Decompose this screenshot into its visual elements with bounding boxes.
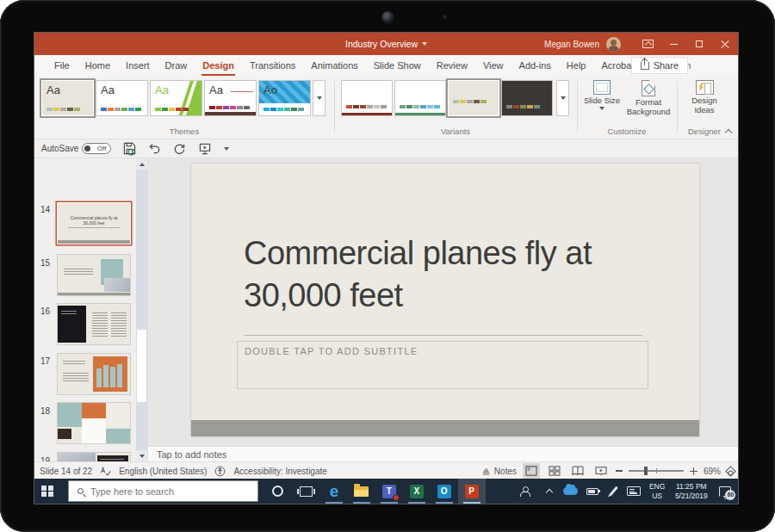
fit-slide-to-window-icon[interactable]	[725, 466, 736, 477]
variant-4[interactable]	[501, 80, 553, 116]
theme-dividend[interactable]: Aa	[204, 80, 257, 116]
taskbar-excel[interactable]: X	[403, 479, 431, 504]
view-slide-sorter-button[interactable]	[546, 463, 563, 479]
taskbar-teams[interactable]: T	[375, 479, 403, 504]
scrollbar-thumb[interactable]	[137, 330, 146, 402]
variant-color-chips	[400, 105, 440, 108]
restore-button[interactable]	[686, 33, 712, 55]
thumbnail-scrollbar[interactable]	[136, 158, 147, 461]
taskbar-file-explorer[interactable]	[348, 479, 375, 504]
scroll-down-button[interactable]	[136, 450, 147, 461]
taskbar-search-input[interactable]	[90, 486, 237, 497]
format-background-button[interactable]: Format Background	[623, 80, 673, 117]
undo-button[interactable]	[148, 142, 161, 155]
slide-thumbnail-15[interactable]	[58, 255, 130, 295]
accessibility-status[interactable]: Accessibility: Investigate	[233, 467, 326, 476]
tab-design[interactable]: Design	[195, 55, 242, 76]
notes-pane[interactable]: Tap to add notes	[148, 446, 738, 461]
variant-3-selected[interactable]	[448, 80, 499, 116]
slide-size-button[interactable]: Slide Size	[582, 80, 622, 110]
slide-thumbnail-14[interactable]: Commercial planes fly at 30,000 feet	[58, 203, 130, 244]
account-avatar[interactable]	[606, 37, 621, 52]
zoom-out-button[interactable]	[616, 470, 623, 472]
theme-facet[interactable]: Aa	[150, 80, 202, 116]
tab-review[interactable]: Review	[429, 55, 475, 76]
tab-draw[interactable]: Draw	[158, 55, 195, 76]
variant-2[interactable]	[394, 80, 446, 116]
slide-thumbnail-16[interactable]	[58, 304, 130, 344]
autosave-switch[interactable]: Off	[82, 143, 111, 154]
restore-icon	[696, 40, 703, 47]
tab-view[interactable]: View	[475, 55, 512, 76]
pen-tray-icon[interactable]	[603, 479, 623, 504]
scroll-up-button[interactable]	[136, 158, 147, 170]
view-reading-button[interactable]	[569, 463, 586, 479]
taskbar-search-box[interactable]	[68, 480, 258, 502]
tab-slide-show[interactable]: Slide Show	[366, 55, 429, 76]
theme-gallery-current[interactable]: Aa	[41, 80, 94, 116]
view-normal-button[interactable]	[523, 463, 540, 479]
format-background-label: Format Background	[623, 98, 673, 117]
start-slideshow-button[interactable]	[198, 142, 212, 155]
slide-canvas[interactable]: Commercial planes fly at 30,000 feet DOU…	[191, 164, 699, 436]
close-button[interactable]	[712, 33, 738, 55]
account-name[interactable]: Megan Bowen	[544, 40, 599, 49]
taskbar-outlook[interactable]: O	[431, 479, 458, 504]
cortana-button[interactable]	[264, 479, 292, 504]
tab-add-ins[interactable]: Add-ins	[512, 55, 559, 76]
variants-more-button[interactable]	[556, 80, 569, 116]
slide-thumbnail-18[interactable]	[58, 403, 130, 443]
design-ideas-button[interactable]: Design Ideas	[682, 80, 727, 115]
edge-icon: e	[330, 483, 339, 499]
slide-thumbnail-17[interactable]	[58, 354, 130, 394]
clock[interactable]: 11:25 PM5/21/2019	[670, 479, 713, 504]
tab-home[interactable]: Home	[78, 55, 118, 76]
taskbar-edge[interactable]: e	[320, 479, 348, 504]
battery-tray-icon[interactable]	[581, 479, 603, 504]
share-button[interactable]: Share	[631, 57, 688, 74]
minimize-button[interactable]	[660, 33, 686, 55]
show-hidden-icons-button[interactable]	[540, 479, 560, 504]
spellcheck-icon[interactable]	[100, 466, 111, 477]
zoom-slider-thumb[interactable]	[644, 467, 648, 475]
tab-file[interactable]: File	[46, 55, 78, 76]
title-dropdown-icon[interactable]	[422, 42, 427, 46]
zoom-slider[interactable]	[629, 470, 684, 472]
language-indicator[interactable]: ENGUS	[645, 479, 670, 504]
slide-title-text[interactable]: Commercial planes fly at 30,000 feet	[244, 232, 657, 317]
action-center-button[interactable]: 60	[713, 479, 738, 504]
task-view-icon	[300, 486, 313, 497]
tab-transitions[interactable]: Transitions	[242, 55, 303, 76]
tab-animations[interactable]: Animations	[303, 55, 365, 76]
view-slideshow-button[interactable]	[592, 463, 610, 479]
notes-toggle-button[interactable]: Notes	[481, 467, 517, 476]
file-explorer-icon	[354, 486, 369, 497]
save-button[interactable]	[123, 142, 136, 155]
slide-thumbnail-19[interactable]	[58, 453, 130, 461]
variant-1[interactable]	[341, 80, 393, 116]
touch-keyboard-button[interactable]	[623, 479, 644, 504]
taskbar-powerpoint[interactable]: P	[458, 479, 486, 504]
themes-more-button[interactable]	[313, 80, 326, 116]
collapse-ribbon-button[interactable]	[725, 127, 732, 134]
tab-insert[interactable]: Insert	[118, 55, 158, 76]
autosave-toggle[interactable]: AutoSave Off	[41, 143, 111, 154]
start-button[interactable]	[34, 479, 61, 504]
slide-indicator[interactable]: Slide 14 of 22	[40, 467, 92, 476]
accessibility-icon[interactable]	[214, 466, 226, 477]
subtitle-placeholder[interactable]: DOUBLE TAP TO ADD SUBTITLE	[237, 341, 648, 389]
ribbon-display-options-button[interactable]	[635, 33, 660, 55]
theme-office[interactable]: Aa	[96, 80, 148, 116]
slide-title-line1: Commercial planes fly at	[244, 232, 657, 275]
language-status[interactable]: English (United States)	[119, 467, 207, 476]
task-view-button[interactable]	[292, 479, 320, 504]
qat-customize-button[interactable]	[224, 147, 229, 151]
theme-integral[interactable]: Ao	[258, 80, 311, 116]
people-button[interactable]	[512, 479, 540, 504]
onedrive-tray-icon[interactable]	[560, 479, 581, 504]
tab-help[interactable]: Help	[559, 55, 594, 76]
front-camera	[381, 11, 394, 24]
zoom-percent[interactable]: 69%	[704, 467, 721, 476]
zoom-in-button[interactable]	[690, 467, 698, 475]
redo-button[interactable]	[173, 142, 186, 155]
